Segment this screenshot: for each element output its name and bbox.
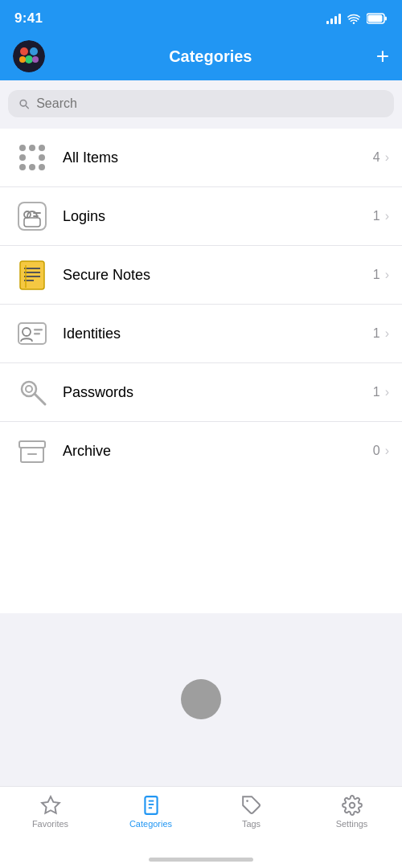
search-bar[interactable] (8, 90, 394, 117)
search-input[interactable] (36, 96, 384, 111)
svg-rect-9 (18, 203, 46, 230)
list-item-identities[interactable]: Identities 1 › (0, 305, 402, 363)
chevron-icon-logins: › (385, 209, 389, 223)
star-icon (40, 795, 61, 816)
categories-list: All Items 4 › Logins 1 › (0, 129, 402, 613)
list-item-all-items[interactable]: All Items 4 › (0, 129, 402, 187)
svg-point-5 (30, 47, 38, 55)
list-item-secure-notes[interactable]: Secure Notes 1 › (0, 246, 402, 305)
svg-marker-28 (42, 796, 59, 813)
tab-categories[interactable]: Categories (100, 795, 201, 829)
svg-point-7 (19, 56, 26, 63)
search-icon (18, 97, 30, 110)
item-count-archive: 0 (373, 444, 380, 458)
svg-rect-29 (145, 796, 157, 814)
grid-icon (13, 138, 51, 177)
svg-point-4 (20, 47, 28, 55)
svg-rect-20 (34, 329, 43, 331)
list-item-logins[interactable]: Logins 1 › (0, 187, 402, 246)
nav-title: Categories (169, 47, 252, 66)
add-button[interactable]: + (376, 45, 389, 68)
tag-icon (241, 795, 262, 816)
tab-settings-label: Settings (336, 819, 368, 829)
item-label-identities: Identities (63, 326, 373, 342)
list-item-passwords[interactable]: Passwords 1 › (0, 363, 402, 422)
item-label-all-items: All Items (63, 149, 373, 166)
battery-icon (367, 13, 388, 24)
item-count-identities: 1 (373, 326, 380, 341)
tab-tags-label: Tags (242, 819, 260, 829)
search-bar-wrapper (0, 80, 402, 129)
chevron-icon-identities: › (385, 326, 389, 341)
home-bar (149, 858, 253, 862)
svg-rect-12 (20, 261, 44, 289)
wifi-icon (347, 13, 361, 24)
svg-line-24 (35, 394, 45, 404)
tab-tags[interactable]: Tags (201, 795, 302, 829)
chevron-icon-passwords: › (385, 385, 389, 399)
tab-favorites-label: Favorites (32, 819, 68, 829)
signal-icon (326, 13, 341, 24)
gear-icon (342, 795, 363, 816)
status-icons (326, 13, 388, 24)
chevron-icon-archive: › (385, 444, 389, 458)
item-label-archive: Archive (63, 443, 373, 460)
home-indicator (0, 853, 402, 868)
identity-icon (13, 314, 51, 353)
item-label-logins: Logins (63, 208, 373, 225)
tab-categories-label: Categories (129, 819, 172, 829)
svg-point-6 (25, 55, 33, 63)
svg-rect-21 (34, 333, 40, 335)
password-icon (13, 373, 51, 411)
tab-favorites[interactable]: Favorites (0, 795, 100, 829)
svg-rect-1 (385, 17, 388, 21)
status-time: 9:41 (14, 10, 43, 27)
categories-icon (141, 795, 162, 816)
svg-rect-25 (19, 441, 45, 448)
tab-settings[interactable]: Settings (302, 795, 402, 829)
status-bar: 9:41 (0, 0, 402, 35)
svg-point-8 (32, 56, 39, 63)
item-label-passwords: Passwords (63, 384, 373, 401)
item-count-passwords: 1 (373, 385, 380, 399)
app-logo (13, 40, 45, 72)
nav-bar: Categories + (0, 35, 402, 80)
spacer-area (0, 613, 402, 787)
archive-icon (13, 432, 51, 470)
svg-rect-2 (368, 15, 383, 23)
svg-point-23 (26, 386, 32, 392)
chevron-icon-all-items: › (385, 150, 389, 165)
tab-bar: Favorites Categories Tags (0, 786, 402, 853)
item-count-secure-notes: 1 (373, 268, 380, 282)
chevron-icon-secure-notes: › (385, 268, 389, 282)
item-count-logins: 1 (373, 209, 380, 223)
login-icon (13, 197, 51, 235)
svg-point-19 (23, 328, 31, 336)
item-count-all-items: 4 (373, 150, 380, 165)
list-item-archive[interactable]: Archive 0 › (0, 422, 402, 480)
gray-circle (181, 679, 221, 719)
svg-point-34 (349, 803, 355, 809)
svg-rect-11 (24, 218, 40, 227)
item-label-secure-notes: Secure Notes (63, 267, 373, 284)
note-icon (13, 256, 51, 294)
